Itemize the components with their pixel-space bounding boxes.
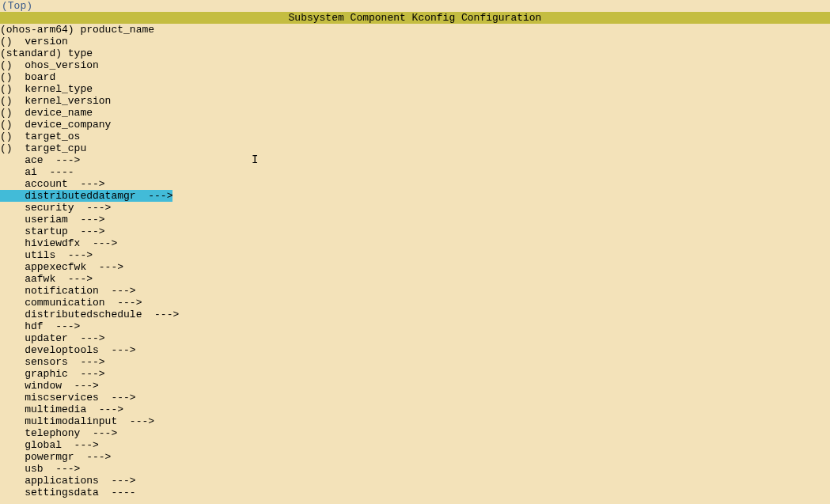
top-bar: (Top) (0, 0, 830, 12)
menu-item[interactable]: aafwk ---> (0, 273, 830, 285)
menu-item[interactable]: distributedschedule ---> (0, 309, 830, 320)
menu-item[interactable]: multimodalinput ---> (0, 415, 830, 427)
menu-item[interactable]: powermgr ---> (0, 451, 830, 463)
top-label: (Top) (2, 0, 32, 12)
title-bar: Subsystem Component Kconfig Configuratio… (0, 12, 830, 24)
menu-item[interactable]: () device_company (0, 119, 830, 131)
menu-item[interactable]: () kernel_type (0, 83, 830, 95)
menu-item[interactable]: usb ---> (0, 463, 830, 475)
menu-item[interactable]: () board (0, 71, 830, 83)
menu-item[interactable]: miscservices ---> (0, 392, 830, 404)
menu-item[interactable]: communication ---> (0, 297, 830, 309)
menu-item[interactable]: updater ---> (0, 332, 830, 344)
menu-item[interactable]: (ohos-arm64) product_name (0, 24, 830, 36)
menu-item[interactable]: global ---> (0, 439, 830, 451)
menu-item[interactable]: developtools ---> (0, 344, 830, 356)
menu-item[interactable]: security ---> (0, 202, 830, 214)
menu-item[interactable]: utils ---> (0, 249, 830, 261)
menu-item[interactable]: account ---> (0, 178, 830, 190)
menu-item[interactable]: startup ---> (0, 225, 830, 237)
menu-item[interactable]: () version (0, 36, 830, 47)
menu-item[interactable]: (standard) type (0, 47, 830, 59)
menu-item-highlighted[interactable]: distributeddatamgr ---> (0, 190, 172, 202)
menu-item[interactable]: sensors ---> (0, 356, 830, 368)
menu-content[interactable]: (ohos-arm64) product_name() version(stan… (0, 24, 830, 498)
menu-item[interactable]: () target_os (0, 131, 830, 142)
menu-item[interactable]: window ---> (0, 380, 830, 392)
menu-item[interactable]: hdf ---> (0, 320, 830, 332)
menu-item[interactable]: ai ---- (0, 166, 830, 178)
menu-item[interactable]: notification ---> (0, 285, 830, 297)
menu-item[interactable]: hiviewdfx ---> (0, 237, 830, 249)
menu-item[interactable]: () kernel_version (0, 95, 830, 107)
text-cursor-icon: I (252, 154, 252, 165)
title-text: Subsystem Component Kconfig Configuratio… (289, 12, 542, 24)
menu-item[interactable]: () ohos_version (0, 59, 830, 71)
menu-item[interactable]: applications ---> (0, 475, 830, 487)
menu-item[interactable]: () target_cpu (0, 142, 830, 154)
menu-item[interactable]: appexecfwk ---> (0, 261, 830, 273)
menu-item[interactable]: telephony ---> (0, 427, 830, 439)
menu-item[interactable]: useriam ---> (0, 214, 830, 225)
menu-item[interactable]: () device_name (0, 107, 830, 119)
menu-item[interactable]: graphic ---> (0, 368, 830, 380)
menu-item[interactable]: multimedia ---> (0, 404, 830, 415)
menu-item[interactable]: settingsdata ---- (0, 487, 830, 498)
menu-item[interactable]: distributeddatamgr ---> (0, 190, 830, 202)
menu-item[interactable]: ace ---> (0, 154, 830, 166)
